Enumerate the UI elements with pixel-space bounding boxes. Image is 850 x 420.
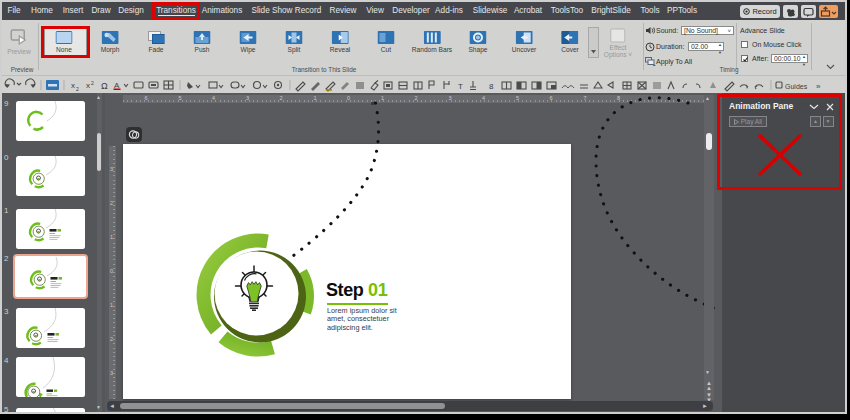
svg-text:Guides: Guides bbox=[785, 83, 808, 90]
svg-text:Ω: Ω bbox=[101, 81, 108, 91]
svg-text:x: x bbox=[86, 81, 90, 90]
svg-text:T: T bbox=[458, 82, 463, 91]
svg-text:2: 2 bbox=[91, 80, 94, 86]
svg-text:2: 2 bbox=[76, 86, 79, 92]
svg-text:»: » bbox=[816, 82, 821, 91]
svg-text:A: A bbox=[114, 81, 120, 90]
svg-text:8: 8 bbox=[489, 82, 494, 91]
svg-text:x: x bbox=[71, 81, 75, 90]
